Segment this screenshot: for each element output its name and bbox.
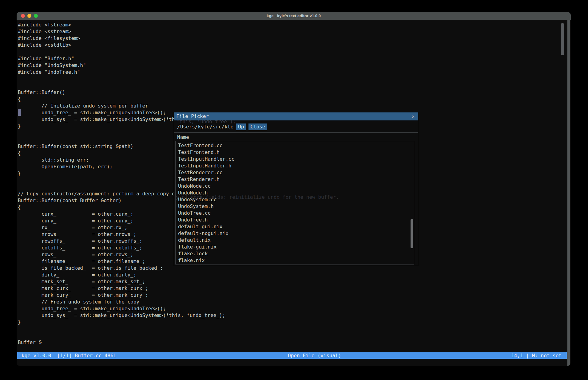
status-version-file: kge v1.0.0 [1/1] Buffer.cc 486L — [22, 352, 116, 359]
file-picker-titlebar[interactable]: File Picker ✕ — [174, 112, 418, 120]
window-scrollbar-track[interactable] — [567, 20, 570, 366]
file-item[interactable]: UndoNode.cc — [178, 183, 414, 190]
editor-scrollbar-thumb[interactable] — [561, 23, 564, 55]
close-button[interactable]: Close — [248, 123, 267, 130]
file-item[interactable]: flake-gui.nix — [178, 244, 414, 250]
current-path: /Users/kyle/src/kte — [177, 123, 233, 130]
file-item[interactable]: flake.nix — [178, 257, 414, 264]
file-item[interactable]: TestRenderer.h — [178, 176, 414, 183]
traffic-lights — [21, 14, 38, 18]
close-window-icon[interactable] — [21, 14, 25, 18]
ghost-code-text-middle: y of core fields; reinitialize undo for … — [176, 194, 339, 201]
file-item[interactable]: default.nix — [178, 237, 414, 244]
zoom-window-icon[interactable] — [34, 14, 38, 18]
file-item[interactable]: UndoTree.h — [178, 217, 414, 223]
file-item[interactable]: TestFrontend.cc — [178, 142, 414, 149]
file-item[interactable]: default-nogui.nix — [178, 230, 414, 237]
window-titlebar[interactable]: kge - kyle's text editor v1.0.0 — [17, 12, 571, 20]
file-item[interactable]: TestInputHandler.h — [178, 163, 414, 169]
status-mode: Open File (visual) — [288, 352, 341, 359]
file-list[interactable]: TestFrontend.ccTestFrontend.hTestInputHa… — [175, 141, 414, 264]
column-header-name: Name — [177, 134, 189, 141]
editor-content: #include <fstream> #include <sstream> #i… — [17, 20, 571, 366]
file-item[interactable]: TestInputHandler.cc — [178, 156, 414, 163]
close-icon[interactable]: ✕ — [412, 112, 415, 120]
status-bar: kge v1.0.0 [1/1] Buffer.cc 486L Open Fil… — [17, 352, 567, 359]
file-item[interactable]: flake.lock — [178, 250, 414, 257]
path-row: /Users/kyle/src/kte Up Close — [174, 123, 418, 131]
file-item[interactable]: UndoSystem.h — [178, 203, 414, 210]
up-button[interactable]: Up — [236, 123, 246, 130]
minimize-window-icon[interactable] — [27, 14, 31, 18]
divider — [174, 132, 418, 133]
file-picker-dialog: File Picker ✕ *this, *undo_tree_); /User… — [174, 112, 418, 266]
status-cursor-mark: 14,1 | M: not set — [511, 352, 562, 359]
window-title: kge - kyle's text editor v1.0.0 — [267, 12, 321, 20]
app-window: kge - kyle's text editor v1.0.0 #include… — [17, 12, 571, 366]
file-item[interactable]: TestFrontend.h — [178, 149, 414, 156]
file-item[interactable]: default-gui.nix — [178, 223, 414, 230]
file-picker-title: File Picker — [176, 112, 209, 120]
file-item[interactable]: UndoTree.cc — [178, 210, 414, 217]
file-item[interactable]: TestRenderer.cc — [178, 169, 414, 176]
file-list-scrollbar-thumb[interactable] — [411, 219, 413, 248]
